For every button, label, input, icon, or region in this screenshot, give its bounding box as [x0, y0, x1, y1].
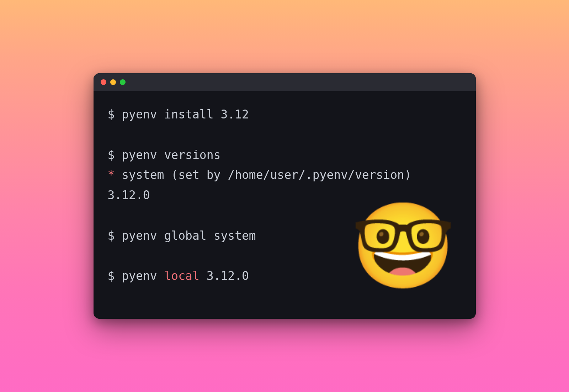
maximize-icon[interactable]	[120, 79, 126, 85]
terminal-window: $ pyenv install 3.12 $ pyenv versions * …	[94, 73, 476, 319]
blank-line	[108, 125, 462, 145]
terminal-body[interactable]: $ pyenv install 3.12 $ pyenv versions * …	[94, 91, 476, 319]
active-marker-icon: *	[108, 168, 115, 182]
command-line-3: $ pyenv global system	[108, 226, 462, 246]
prompt-symbol: $	[108, 269, 115, 283]
command-text-highlight: local	[164, 269, 199, 283]
command-line-1: $ pyenv install 3.12	[108, 105, 462, 125]
blank-line	[108, 246, 462, 266]
prompt-symbol: $	[108, 107, 115, 121]
command-text-post: 3.12.0	[200, 269, 249, 283]
command-text-pre: pyenv	[122, 269, 164, 283]
title-bar	[94, 73, 476, 91]
close-icon[interactable]	[101, 79, 106, 85]
prompt-symbol: $	[108, 229, 115, 243]
output-text: system (set by /home/user/.pyenv/version…	[115, 168, 411, 182]
blank-line	[108, 206, 462, 226]
command-text: pyenv install 3.12	[122, 107, 249, 121]
output-text: 3.12.0	[108, 188, 150, 202]
command-line-4: $ pyenv local 3.12.0	[108, 266, 462, 286]
command-line-2: $ pyenv versions	[108, 145, 462, 165]
output-line: 3.12.0	[108, 185, 462, 206]
minimize-icon[interactable]	[110, 79, 116, 85]
output-line: * system (set by /home/user/.pyenv/versi…	[108, 165, 462, 185]
command-text: pyenv versions	[122, 148, 220, 162]
prompt-symbol: $	[108, 148, 115, 162]
command-text: pyenv global system	[122, 229, 256, 243]
